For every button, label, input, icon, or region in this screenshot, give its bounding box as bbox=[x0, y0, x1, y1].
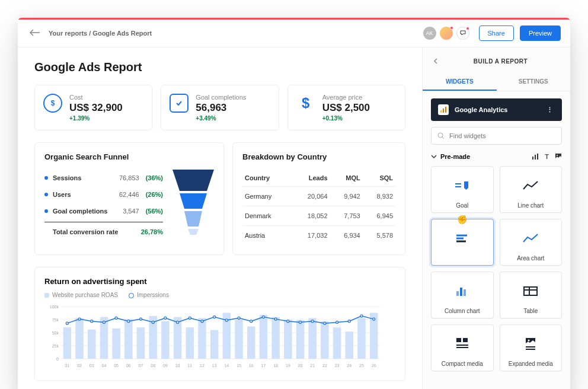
datasource-chip[interactable]: Google Analytics ⋮ bbox=[431, 98, 562, 121]
more-icon[interactable]: ⋮ bbox=[545, 106, 555, 114]
breadcrumb[interactable]: Your reports / Google Ads Report bbox=[49, 30, 152, 37]
svg-text:12: 12 bbox=[200, 364, 204, 368]
svg-rect-21 bbox=[137, 327, 145, 359]
svg-rect-39 bbox=[357, 318, 365, 359]
share-button[interactable]: Share bbox=[479, 25, 514, 41]
svg-rect-26 bbox=[198, 318, 206, 359]
svg-rect-115 bbox=[463, 338, 468, 342]
svg-point-96 bbox=[438, 133, 443, 138]
widget-expanded-media[interactable]: Expanded media bbox=[500, 324, 563, 371]
svg-point-63 bbox=[336, 321, 338, 323]
svg-point-56 bbox=[250, 320, 253, 323]
widget-compact-media[interactable]: Compact media bbox=[431, 324, 494, 371]
svg-point-42 bbox=[78, 318, 81, 320]
back-button[interactable] bbox=[27, 25, 43, 41]
svg-text:10: 10 bbox=[175, 364, 180, 368]
table-row: Denmark18,0527,7536,945 bbox=[242, 206, 395, 226]
check-icon bbox=[170, 94, 188, 113]
svg-point-52 bbox=[201, 320, 203, 323]
widget-selected[interactable]: ✊ bbox=[431, 219, 494, 266]
country-table: Country Leads MQL SQL Germany20,0649,942… bbox=[242, 170, 395, 245]
chevron-down-icon[interactable] bbox=[431, 154, 437, 160]
svg-marker-3 bbox=[184, 211, 202, 227]
preview-button[interactable]: Preview bbox=[520, 25, 561, 41]
search-icon bbox=[437, 132, 445, 139]
svg-rect-93 bbox=[440, 110, 442, 113]
svg-rect-108 bbox=[456, 291, 459, 296]
svg-text:$: $ bbox=[51, 99, 55, 107]
search-input[interactable] bbox=[431, 127, 562, 145]
kpi-cards: $ Cost US$ 32,900 +1.39% Goal completion… bbox=[34, 85, 405, 130]
svg-text:18: 18 bbox=[273, 364, 278, 368]
tab-settings[interactable]: SETTINGS bbox=[497, 74, 571, 91]
svg-point-41 bbox=[66, 322, 68, 324]
widget-goal[interactable]: Goal bbox=[431, 166, 494, 213]
comments-icon[interactable] bbox=[456, 27, 469, 40]
svg-rect-32 bbox=[271, 317, 279, 359]
svg-rect-25 bbox=[186, 327, 194, 359]
svg-rect-99 bbox=[535, 155, 536, 160]
svg-text:04: 04 bbox=[102, 364, 107, 368]
widget-line-chart[interactable]: Line chart bbox=[500, 166, 563, 213]
svg-rect-30 bbox=[247, 326, 255, 359]
widget-area-chart[interactable]: Area chart bbox=[500, 219, 563, 266]
text-icon[interactable]: T bbox=[545, 153, 549, 160]
svg-text:06: 06 bbox=[126, 364, 131, 368]
collapse-button[interactable] bbox=[432, 55, 440, 68]
svg-point-44 bbox=[103, 321, 105, 323]
svg-text:07: 07 bbox=[139, 364, 143, 368]
dollar-icon: $ bbox=[43, 94, 62, 113]
svg-point-58 bbox=[274, 318, 277, 320]
svg-text:23: 23 bbox=[335, 364, 340, 368]
svg-rect-35 bbox=[308, 318, 316, 359]
svg-point-66 bbox=[373, 318, 375, 320]
funnel-label: Sessions bbox=[53, 174, 114, 181]
widget-column-chart[interactable]: Column chart bbox=[431, 272, 494, 318]
svg-line-97 bbox=[442, 137, 444, 139]
svg-rect-15 bbox=[63, 327, 71, 359]
svg-text:75k: 75k bbox=[52, 318, 59, 322]
svg-text:22: 22 bbox=[322, 364, 327, 368]
svg-point-57 bbox=[262, 316, 264, 318]
kpi-delta: +0.13% bbox=[322, 115, 370, 122]
svg-point-49 bbox=[164, 317, 167, 319]
funnel-label: Goal completions bbox=[53, 208, 118, 215]
svg-text:21: 21 bbox=[310, 364, 315, 368]
avatar[interactable] bbox=[440, 27, 453, 40]
svg-point-50 bbox=[177, 321, 179, 323]
svg-text:20: 20 bbox=[298, 364, 303, 368]
kpi-card: $ Average price US$ 2,500 +0.13% bbox=[287, 85, 405, 130]
svg-rect-109 bbox=[460, 288, 462, 296]
svg-text:03: 03 bbox=[90, 364, 94, 368]
image-icon[interactable] bbox=[555, 153, 562, 160]
svg-point-64 bbox=[348, 320, 350, 323]
panel-title: Return on advertising spent bbox=[44, 277, 395, 286]
kpi-value: 56,963 bbox=[196, 102, 246, 114]
svg-rect-34 bbox=[296, 320, 304, 359]
svg-text:0: 0 bbox=[56, 357, 59, 361]
svg-rect-33 bbox=[284, 320, 292, 359]
avatar[interactable]: AK bbox=[423, 27, 436, 40]
section-label: Pre-made bbox=[440, 153, 470, 160]
kpi-card: Goal completions 56,963 +3.49% bbox=[161, 85, 279, 130]
widget-table[interactable]: Table bbox=[500, 272, 563, 318]
svg-point-45 bbox=[115, 317, 117, 319]
svg-rect-16 bbox=[75, 318, 83, 359]
svg-rect-23 bbox=[161, 321, 169, 359]
svg-point-47 bbox=[140, 318, 142, 320]
svg-text:24: 24 bbox=[347, 364, 351, 368]
side-panel: BUILD A REPORT WIDGETS SETTINGS Google A… bbox=[422, 47, 570, 389]
kpi-card: $ Cost US$ 32,900 +1.39% bbox=[34, 85, 152, 130]
svg-marker-2 bbox=[180, 193, 207, 209]
tab-widgets[interactable]: WIDGETS bbox=[423, 74, 497, 91]
svg-text:26: 26 bbox=[372, 364, 376, 368]
svg-rect-17 bbox=[88, 330, 95, 359]
svg-rect-27 bbox=[210, 330, 218, 359]
svg-text:14: 14 bbox=[224, 364, 229, 368]
topbar: Your reports / Google Ads Report AK Shar… bbox=[18, 20, 570, 47]
barchart-icon[interactable] bbox=[532, 153, 539, 160]
svg-text:05: 05 bbox=[114, 364, 119, 368]
svg-point-60 bbox=[299, 321, 302, 323]
funnel-panel: Organic Search Funnel Sessions76,853(36%… bbox=[34, 142, 224, 255]
funnel-total-label: Total conversion rate bbox=[53, 228, 135, 235]
